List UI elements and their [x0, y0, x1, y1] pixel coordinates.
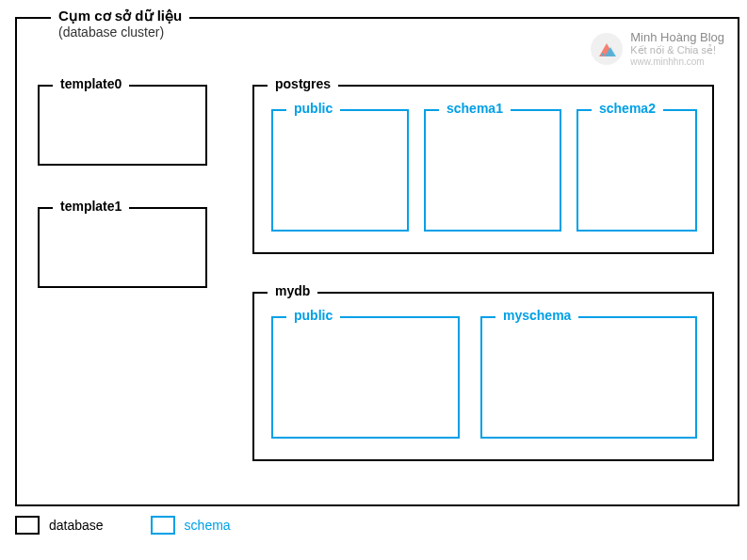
database-box-mydb: mydb public myschema: [252, 292, 714, 461]
database-cluster-box: Cụm cơ sở dữ liệu (database cluster) Min…: [15, 17, 739, 506]
database-box-template1: template1: [38, 207, 207, 288]
schema-label-postgres-public: public: [286, 101, 340, 116]
database-label-postgres: postgres: [268, 76, 338, 91]
database-label-mydb: mydb: [268, 283, 317, 298]
watermark-line3: www.minhhn.com: [630, 56, 724, 67]
legend: database schema: [15, 516, 739, 535]
legend-label-schema: schema: [185, 518, 231, 533]
schema-label-postgres-schema1: schema1: [439, 101, 511, 116]
legend-label-database: database: [49, 518, 104, 533]
schema-label-mydb-public: public: [286, 308, 340, 323]
schema-box-mydb-myschema: myschema: [480, 316, 697, 439]
schema-box-postgres-public: public: [271, 109, 409, 232]
cluster-subtitle: (database cluster): [51, 24, 171, 40]
legend-swatch-database: [15, 516, 40, 535]
watermark-line2: Kết nối & Chia sẻ!: [630, 44, 724, 56]
cluster-title: Cụm cơ sở dữ liệu: [51, 8, 189, 24]
database-label-template0: template0: [53, 76, 129, 91]
legend-swatch-schema: [151, 516, 175, 535]
schema-box-postgres-schema1: schema1: [424, 109, 561, 232]
schema-label-mydb-myschema: myschema: [495, 308, 578, 323]
watermark-logo-icon: [591, 33, 623, 65]
watermark: Minh Hoàng Blog Kết nối & Chia sẻ! www.m…: [591, 30, 724, 67]
database-box-template0: template0: [38, 85, 207, 166]
watermark-line1: Minh Hoàng Blog: [630, 30, 724, 44]
database-label-template1: template1: [53, 199, 129, 214]
watermark-text: Minh Hoàng Blog Kết nối & Chia sẻ! www.m…: [630, 30, 724, 67]
schema-box-postgres-schema2: schema2: [576, 109, 697, 232]
schema-label-postgres-schema2: schema2: [592, 101, 663, 116]
svg-point-0: [602, 53, 605, 56]
database-box-postgres: postgres public schema1 schema2: [252, 85, 714, 254]
schema-box-mydb-public: public: [271, 316, 460, 439]
